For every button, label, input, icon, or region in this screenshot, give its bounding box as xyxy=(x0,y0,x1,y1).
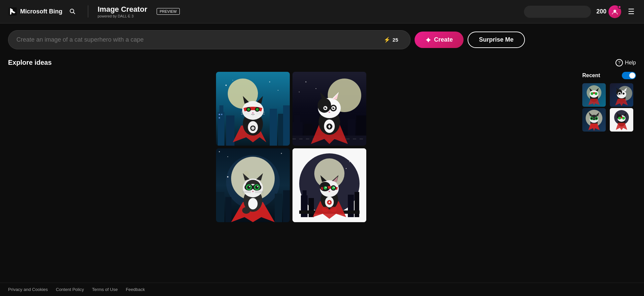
search-row: ⚡ 25 Create Surprise Me xyxy=(0,23,644,56)
svg-rect-14 xyxy=(219,117,220,118)
lightning-icon: ⚡ xyxy=(384,37,390,43)
svg-point-30 xyxy=(251,127,255,130)
explore-row: Explore ideas ? Help xyxy=(0,56,644,72)
svg-rect-7 xyxy=(219,105,223,112)
recent-cat-2 xyxy=(610,83,633,107)
header-right: 200 ☰ xyxy=(524,5,636,18)
svg-point-118 xyxy=(324,186,327,190)
svg-rect-9 xyxy=(270,109,277,146)
svg-point-98 xyxy=(281,153,282,154)
svg-point-88 xyxy=(249,186,250,187)
avatar-notification-dot xyxy=(618,5,621,9)
svg-point-76 xyxy=(248,198,258,209)
recent-title: Recent xyxy=(582,72,600,79)
svg-point-120 xyxy=(325,187,327,188)
bing-brand-text: Microsoft Bing xyxy=(20,8,62,15)
search-icon-button[interactable] xyxy=(66,5,78,17)
svg-point-4 xyxy=(613,10,616,12)
image-creator-brand: Image Creator powered by DALL·E 3 xyxy=(98,5,147,18)
generated-image-3[interactable] xyxy=(216,148,290,222)
sidebar: Recent xyxy=(582,72,636,222)
footer: Privacy and Cookies Content Policy Terms… xyxy=(0,283,644,296)
help-link[interactable]: ? Help xyxy=(615,59,636,66)
recent-thumb-3[interactable] xyxy=(582,108,606,132)
svg-point-56 xyxy=(325,107,327,108)
bing-logo-icon xyxy=(8,7,17,16)
image-grid-container xyxy=(8,72,574,222)
avatar[interactable] xyxy=(608,5,621,18)
svg-rect-37 xyxy=(294,115,300,122)
svg-point-61 xyxy=(316,88,316,89)
header-search-mini xyxy=(524,6,591,18)
svg-point-86 xyxy=(247,186,251,189)
svg-point-89 xyxy=(257,186,258,187)
recent-thumb-2[interactable] xyxy=(610,83,633,107)
bing-logo[interactable]: Microsoft Bing xyxy=(8,7,62,16)
svg-point-146 xyxy=(623,93,625,95)
svg-point-57 xyxy=(333,107,335,108)
create-button[interactable]: Create xyxy=(415,32,464,48)
main-content: Recent xyxy=(0,72,644,222)
svg-rect-12 xyxy=(219,114,220,115)
boost-badge: ⚡ 25 xyxy=(380,35,402,44)
svg-point-119 xyxy=(332,186,335,190)
boost-search-count: 25 xyxy=(392,37,398,43)
svg-point-128 xyxy=(322,207,329,212)
svg-point-23 xyxy=(256,108,259,111)
footer-privacy-link[interactable]: Privacy and Cookies xyxy=(8,287,48,292)
svg-point-129 xyxy=(330,207,337,212)
image-creator-title: Image Creator xyxy=(98,5,147,14)
svg-point-33 xyxy=(278,90,278,91)
cat-superhero-2 xyxy=(292,72,366,146)
search-icon xyxy=(69,8,75,14)
svg-rect-8 xyxy=(226,115,234,146)
cat-superhero-1 xyxy=(216,72,290,146)
header-divider xyxy=(88,5,88,17)
svg-point-32 xyxy=(269,82,270,83)
svg-point-96 xyxy=(219,151,220,152)
svg-point-156 xyxy=(595,117,597,119)
generated-image-2[interactable] xyxy=(292,72,366,146)
boost-number: 200 xyxy=(596,8,606,15)
recent-cat-1 xyxy=(582,83,606,107)
avatar-icon xyxy=(611,8,618,15)
svg-rect-69 xyxy=(275,194,282,222)
recent-header: Recent xyxy=(582,72,636,79)
footer-content-policy-link[interactable]: Content Policy xyxy=(56,287,84,292)
create-label: Create xyxy=(434,36,453,43)
footer-feedback-link[interactable]: Feedback xyxy=(126,287,145,292)
preview-badge[interactable]: PREVIEW xyxy=(157,8,180,15)
recent-cat-4 xyxy=(610,108,633,132)
create-icon xyxy=(425,37,431,43)
footer-terms-link[interactable]: Terms of Use xyxy=(92,287,118,292)
recent-thumb-4[interactable] xyxy=(610,108,633,132)
recent-thumb-1[interactable] xyxy=(582,83,606,107)
svg-point-155 xyxy=(591,117,593,119)
svg-line-3 xyxy=(73,12,75,14)
svg-point-127 xyxy=(346,168,347,169)
svg-rect-13 xyxy=(221,114,222,115)
boost-counter: 200 xyxy=(596,5,621,18)
svg-point-97 xyxy=(227,156,228,157)
help-circle-icon: ? xyxy=(615,59,623,66)
svg-point-135 xyxy=(591,92,593,95)
svg-marker-47 xyxy=(320,92,327,99)
explore-title: Explore ideas xyxy=(8,59,52,66)
svg-point-99 xyxy=(227,176,228,178)
recent-grid xyxy=(582,83,636,132)
surprise-button[interactable]: Surprise Me xyxy=(468,32,525,48)
toggle-knob xyxy=(629,72,635,79)
svg-point-60 xyxy=(306,82,307,83)
image-grid xyxy=(216,72,366,222)
svg-rect-104 xyxy=(303,190,307,195)
main-search-input[interactable] xyxy=(16,36,376,43)
generated-image-1[interactable] xyxy=(216,72,290,146)
svg-point-87 xyxy=(255,186,259,189)
svg-point-121 xyxy=(333,187,335,188)
recent-toggle[interactable] xyxy=(622,72,636,79)
generated-image-4[interactable] xyxy=(292,148,366,222)
svg-rect-67 xyxy=(216,192,224,222)
main-search-bar: ⚡ 25 xyxy=(8,30,411,49)
hamburger-menu-button[interactable]: ☰ xyxy=(627,6,636,17)
svg-point-62 xyxy=(299,92,300,92)
